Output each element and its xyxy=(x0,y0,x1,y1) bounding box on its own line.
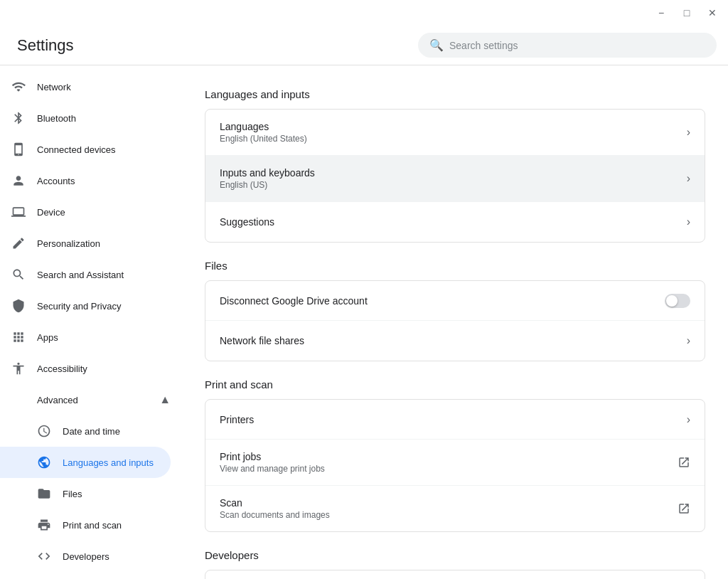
sidebar-label-developers: Developers xyxy=(63,551,109,562)
printers-item[interactable]: Printers › xyxy=(205,400,705,440)
print-icon xyxy=(37,518,51,532)
sidebar-item-bluetooth[interactable]: Bluetooth xyxy=(0,102,171,134)
laptop-icon xyxy=(11,205,26,219)
languages-title: Languages xyxy=(220,121,687,132)
scan-title: Scan xyxy=(220,497,678,509)
suggestions-item[interactable]: Suggestions › xyxy=(205,202,705,242)
linux-dev-item[interactable]: Linux development environment Run Linux … xyxy=(205,570,705,579)
bluetooth-icon xyxy=(11,111,26,125)
developers-card: Linux development environment Run Linux … xyxy=(205,570,705,579)
edit-icon xyxy=(11,236,26,250)
sidebar-label-print-scan: Print and scan xyxy=(63,520,122,531)
print-jobs-subtitle: View and manage print jobs xyxy=(220,464,678,474)
minimize-button[interactable]: − xyxy=(651,3,671,23)
maximize-button[interactable]: □ xyxy=(677,3,697,23)
toggle-knob xyxy=(666,295,678,307)
languages-item[interactable]: Languages English (United States) › xyxy=(205,110,705,156)
folder-icon xyxy=(37,487,51,501)
disconnect-drive-item[interactable]: Disconnect Google Drive account xyxy=(205,281,705,321)
scan-subtitle: Scan documents and images xyxy=(220,510,678,520)
suggestions-title: Suggestions xyxy=(220,216,687,228)
sidebar: Network Bluetooth Connected devices Acco… xyxy=(0,65,182,579)
disconnect-drive-toggle[interactable] xyxy=(665,294,690,308)
shield-icon xyxy=(11,299,26,313)
advanced-section-header[interactable]: Advanced ▲ xyxy=(0,384,182,415)
accessibility-icon xyxy=(11,361,26,376)
sidebar-item-connected-devices[interactable]: Connected devices xyxy=(0,134,171,165)
sidebar-label-device: Device xyxy=(37,207,65,218)
files-section-title: Files xyxy=(205,260,705,272)
inputs-keyboards-subtitle: English (US) xyxy=(220,180,687,190)
globe-icon xyxy=(37,455,51,469)
search-bar[interactable]: 🔍 xyxy=(418,33,717,58)
apps-icon xyxy=(11,330,26,344)
code-icon xyxy=(37,549,51,563)
sidebar-item-apps[interactable]: Apps xyxy=(0,322,171,353)
languages-subtitle: English (United States) xyxy=(220,134,687,144)
sidebar-item-security-privacy[interactable]: Security and Privacy xyxy=(0,290,171,322)
sidebar-label-files: Files xyxy=(63,489,82,499)
print-scan-card: Printers › Print jobs View and manage pr… xyxy=(205,399,705,532)
title-bar: − □ ✕ xyxy=(0,0,728,26)
advanced-icon xyxy=(11,393,26,407)
inputs-keyboards-chevron: › xyxy=(687,172,690,185)
clock-icon xyxy=(37,424,51,438)
suggestions-chevron: › xyxy=(687,216,690,228)
developers-section-title: Developers xyxy=(205,549,705,561)
network-file-shares-item[interactable]: Network file shares › xyxy=(205,321,705,361)
inputs-keyboards-item[interactable]: Inputs and keyboards English (US) › xyxy=(205,156,705,202)
sidebar-item-accounts[interactable]: Accounts xyxy=(0,165,171,196)
sidebar-label-security-privacy: Security and Privacy xyxy=(37,301,122,312)
page-title: Settings xyxy=(17,36,74,55)
network-file-shares-title: Network file shares xyxy=(220,335,687,346)
sidebar-item-print-scan[interactable]: Print and scan xyxy=(0,509,171,541)
scan-external-link-icon xyxy=(678,502,690,515)
sidebar-item-device[interactable]: Device xyxy=(0,196,171,228)
main-layout: Network Bluetooth Connected devices Acco… xyxy=(0,65,728,579)
content-area: Languages and inputs Languages English (… xyxy=(182,65,728,579)
sidebar-item-date-time[interactable]: Date and time xyxy=(0,415,171,447)
languages-section-title: Languages and inputs xyxy=(205,88,705,100)
sidebar-item-accessibility[interactable]: Accessibility xyxy=(0,353,171,384)
sidebar-label-accounts: Accounts xyxy=(37,176,75,186)
sidebar-label-accessibility: Accessibility xyxy=(37,363,87,374)
search-input[interactable] xyxy=(449,40,705,51)
scan-item[interactable]: Scan Scan documents and images xyxy=(205,486,705,531)
header: Settings 🔍 xyxy=(0,26,728,65)
advanced-chevron-icon: ▲ xyxy=(159,393,171,406)
print-scan-section-title: Print and scan xyxy=(205,378,705,391)
close-button[interactable]: ✕ xyxy=(702,3,722,23)
sidebar-label-connected-devices: Connected devices xyxy=(37,144,116,155)
sidebar-item-files[interactable]: Files xyxy=(0,478,171,509)
sidebar-label-languages-inputs: Languages and inputs xyxy=(63,457,154,468)
printers-chevron: › xyxy=(687,413,690,426)
inputs-keyboards-title: Inputs and keyboards xyxy=(220,167,687,179)
network-file-shares-chevron: › xyxy=(687,334,690,347)
search-icon: 🔍 xyxy=(429,38,444,52)
sidebar-item-languages-inputs[interactable]: Languages and inputs xyxy=(0,447,171,478)
sidebar-label-network: Network xyxy=(37,82,71,92)
sidebar-item-developers[interactable]: Developers xyxy=(0,541,171,572)
sidebar-item-personalization[interactable]: Personalization xyxy=(0,228,171,259)
wifi-icon xyxy=(11,80,26,94)
print-jobs-item[interactable]: Print jobs View and manage print jobs xyxy=(205,440,705,486)
advanced-label: Advanced xyxy=(37,395,148,405)
person-icon xyxy=(11,174,26,188)
sidebar-item-network[interactable]: Network xyxy=(0,71,171,102)
search-nav-icon xyxy=(11,267,26,282)
sidebar-label-search-assistant: Search and Assistant xyxy=(37,270,124,280)
print-jobs-external-link-icon xyxy=(678,456,690,469)
files-card: Disconnect Google Drive account Network … xyxy=(205,280,705,361)
sidebar-label-personalization: Personalization xyxy=(37,238,100,249)
sidebar-label-apps: Apps xyxy=(37,332,58,343)
sidebar-item-search-assistant[interactable]: Search and Assistant xyxy=(0,259,171,290)
sidebar-label-date-time: Date and time xyxy=(63,426,120,437)
languages-chevron: › xyxy=(687,126,690,139)
printers-title: Printers xyxy=(220,414,687,425)
sidebar-label-bluetooth: Bluetooth xyxy=(37,113,76,124)
tablet-icon xyxy=(11,142,26,156)
print-jobs-title: Print jobs xyxy=(220,451,678,462)
languages-card: Languages English (United States) › Inpu… xyxy=(205,109,705,243)
disconnect-drive-title: Disconnect Google Drive account xyxy=(220,295,665,307)
